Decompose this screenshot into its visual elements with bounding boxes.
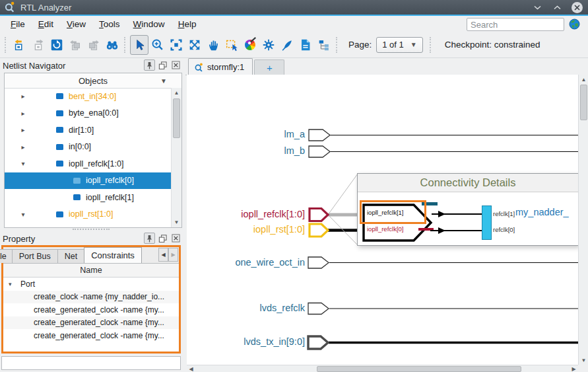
port-label-lvds-tx[interactable]: lvds_tx_in[9:0] <box>187 336 305 347</box>
canvas-horizontal-scrollbar[interactable]: ◀ ▶ <box>187 365 578 372</box>
port-label-lm-b[interactable]: lm_b <box>187 145 305 156</box>
objects-column-header[interactable]: Objects ▼ <box>5 73 181 89</box>
scrollbar-thumb[interactable] <box>317 366 521 372</box>
module-port-block[interactable] <box>482 205 492 240</box>
tree-item[interactable]: ▾iopll_rst[1:0] <box>5 206 172 223</box>
forward-icon[interactable] <box>29 35 48 55</box>
send-previous-icon[interactable] <box>66 35 84 55</box>
search-input[interactable] <box>467 18 564 31</box>
tab-scroll-left-icon[interactable]: ◀ <box>158 248 168 262</box>
toolbar-grip[interactable] <box>124 37 127 53</box>
bus-port-shape-rst[interactable] <box>310 224 328 237</box>
input-port-shape[interactable] <box>309 146 330 157</box>
send-next-icon[interactable] <box>84 35 103 55</box>
scrollbar-thumb[interactable] <box>173 98 180 138</box>
port-label-one-wire[interactable]: one_wire_oct_in <box>187 257 305 268</box>
help-globe-icon[interactable] <box>569 19 580 32</box>
tree-item[interactable]: ▸bent_in[34:0] <box>5 88 172 105</box>
zoom-in-icon[interactable] <box>148 35 167 55</box>
bus-port-shape-refclk[interactable] <box>310 209 328 221</box>
tree-item[interactable]: ▸byte_ena[0:0] <box>5 105 172 122</box>
tab-port-bus[interactable]: Port Bus <box>12 249 58 263</box>
port-label-iopll-rst[interactable]: iopll_rst[1:0] <box>187 224 305 235</box>
color-settings-icon[interactable] <box>241 35 259 55</box>
maximize-button[interactable] <box>552 2 562 13</box>
pin-icon[interactable] <box>144 59 155 71</box>
menu-file[interactable]: File <box>4 18 32 30</box>
expander-collapsed-icon[interactable]: ▸ <box>19 143 27 151</box>
target-pin-refclk1[interactable]: refclk[1] <box>493 210 515 217</box>
menu-view[interactable]: View <box>60 18 92 30</box>
toolbar-grip[interactable] <box>5 37 8 53</box>
page-selector[interactable]: 1 of 1 ▼ <box>376 37 422 53</box>
highlight-feather-icon[interactable] <box>278 35 296 55</box>
table-row[interactable]: create_clock -name {my_nadder_io... <box>3 291 179 304</box>
scroll-up-icon[interactable]: ▲ <box>579 75 588 84</box>
target-pin-refclk0[interactable]: refclk[0] <box>493 226 515 233</box>
expander-collapsed-icon[interactable]: ▸ <box>19 126 27 133</box>
canvas-vertical-scrollbar[interactable]: ▲ ▼ <box>578 75 588 365</box>
expander-collapsed-icon[interactable]: ▸ <box>19 110 27 117</box>
toolbar-grip[interactable] <box>430 37 433 53</box>
tab-net[interactable]: Net <box>57 249 84 263</box>
hierarchy-icon[interactable] <box>315 35 333 55</box>
select-cursor-icon[interactable] <box>130 35 148 55</box>
tree-item[interactable]: iopll_rst[0] <box>5 223 172 227</box>
minimize-button[interactable] <box>532 2 542 13</box>
input-port-shape[interactable] <box>308 257 329 268</box>
scroll-down-icon[interactable]: ▼ <box>579 355 588 365</box>
menu-help[interactable]: Help <box>172 18 203 30</box>
tab-scroll-right-icon[interactable]: ▶ <box>168 248 178 262</box>
fit-view-icon[interactable] <box>167 35 185 55</box>
pan-icon[interactable] <box>204 35 222 55</box>
expander-collapsed-icon[interactable]: ▸ <box>19 93 27 100</box>
menu-window[interactable]: Window <box>127 18 172 30</box>
input-port-shape[interactable] <box>308 303 329 315</box>
refresh-icon[interactable] <box>48 35 66 55</box>
expand-icon[interactable] <box>185 35 204 55</box>
tree-item[interactable]: ▸in[0:0] <box>5 139 172 156</box>
expander-expanded-icon[interactable]: ▾ <box>19 211 27 218</box>
float-icon[interactable] <box>157 59 168 71</box>
table-row-group[interactable]: ▾Port <box>3 278 179 291</box>
scroll-left-icon[interactable]: ◀ <box>187 365 195 372</box>
new-tab-button[interactable]: + <box>254 59 284 75</box>
source-pin-refclk0[interactable]: iopll_refclk[0] <box>367 225 403 233</box>
find-icon[interactable] <box>103 35 121 55</box>
menu-edit[interactable]: Edit <box>32 18 60 30</box>
tree-item-selected[interactable]: iopll_refclk[0] <box>5 172 172 190</box>
tree-item[interactable]: ▾iopll_refclk[1:0] <box>5 155 172 172</box>
float-icon[interactable] <box>157 233 168 244</box>
menu-tools[interactable]: Tools <box>92 18 127 30</box>
tab-module[interactable]: le <box>0 249 13 263</box>
scrollbar-thumb[interactable] <box>580 85 587 120</box>
scroll-up-icon[interactable]: ▲ <box>172 88 181 98</box>
expander-expanded-icon[interactable]: ▾ <box>9 281 16 287</box>
back-icon[interactable] <box>11 35 29 55</box>
port-label-lm-a[interactable]: lm_a <box>187 129 305 139</box>
close-icon[interactable] <box>170 233 181 244</box>
close-button[interactable] <box>572 2 583 13</box>
rubber-band-select-icon[interactable] <box>222 35 241 55</box>
tab-constraints[interactable]: Constraints <box>84 247 142 263</box>
tree-item[interactable]: ▸dir[1:0] <box>5 122 172 139</box>
bus-port-shape-lvds[interactable] <box>308 336 328 349</box>
name-column-header[interactable]: Name <box>3 264 179 278</box>
pin-icon[interactable] <box>144 233 155 244</box>
schematic-canvas[interactable]: lm_a lm_b iopll_refclk[1:0] iopll_rst[1:… <box>187 75 578 365</box>
settings-gear-icon[interactable] <box>259 35 278 55</box>
table-row[interactable]: create_generated_clock -name {my... <box>3 329 179 342</box>
port-label-lvds-refclk[interactable]: lvds_refclk <box>187 303 305 313</box>
close-icon[interactable] <box>170 59 181 71</box>
table-row[interactable]: create_generated_clock -name {my... <box>3 303 179 316</box>
table-row[interactable]: create_generated_clock -name {my... <box>3 316 179 330</box>
port-label-iopll-refclk[interactable]: iopll_refclk[1:0] <box>187 209 305 219</box>
input-port-shape[interactable] <box>309 130 330 141</box>
tree-item[interactable]: iopll_refclk[1] <box>5 189 172 206</box>
property-filter-input[interactable] <box>1 356 181 370</box>
navigator-scrollbar[interactable]: ▲ ▼ <box>171 88 181 227</box>
scroll-right-icon[interactable]: ▶ <box>570 365 578 372</box>
source-pin-refclk1[interactable]: iopll_refclk[1] <box>367 209 403 216</box>
scroll-down-icon[interactable]: ▼ <box>172 217 181 227</box>
tab-stormfly[interactable]: stormfly:1 <box>188 58 253 75</box>
